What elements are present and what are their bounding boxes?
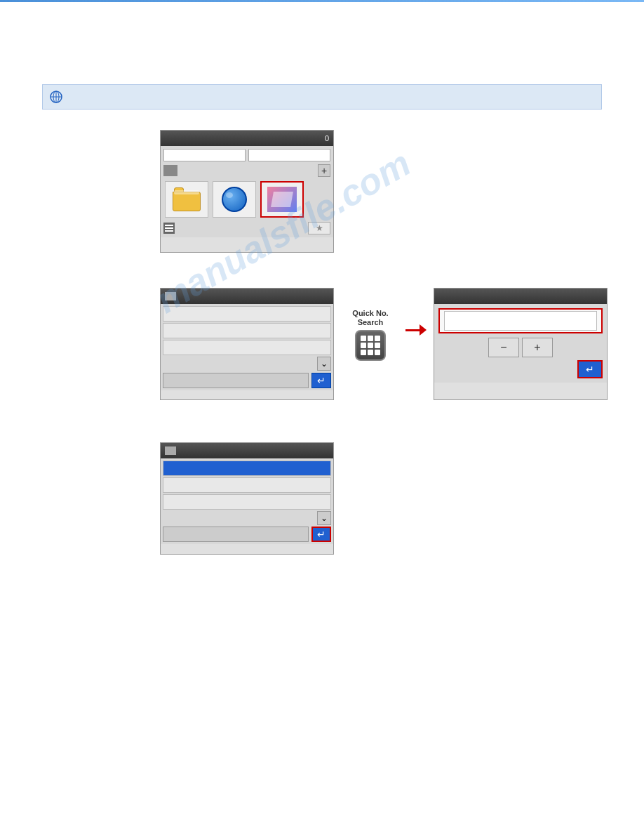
dot-7 xyxy=(361,350,366,355)
ss1-globe-icon-box[interactable] xyxy=(213,181,256,218)
ss3-list-item-3[interactable] xyxy=(163,494,331,510)
ss1-globe-icon xyxy=(222,187,247,212)
ss1-row2: + xyxy=(163,164,330,177)
ss2r-number-display[interactable] xyxy=(444,311,597,331)
ss3-chevron-button[interactable]: ⌄ xyxy=(317,511,331,525)
ss2-list-item-2[interactable] xyxy=(163,323,331,338)
ss1-list-icon xyxy=(163,223,175,234)
dot-4 xyxy=(361,343,366,348)
ss2-body: ⌄ ↵ xyxy=(161,304,333,390)
ss2r-input-area xyxy=(438,308,603,333)
ss1-body: + xyxy=(161,146,333,237)
ss2-footer-enter-button[interactable]: ↵ xyxy=(311,373,331,388)
dot-3 xyxy=(375,336,380,341)
ss2-footer: ↵ xyxy=(163,373,331,388)
ss1-folder-icon-box[interactable] xyxy=(165,181,208,218)
ss1-app-icon xyxy=(267,187,297,212)
ss3-titlebar xyxy=(161,443,333,458)
dot-2 xyxy=(368,336,373,341)
ss2r-body: − + ↵ xyxy=(434,304,607,383)
dot-5 xyxy=(368,343,373,348)
ss2r-controls: − + xyxy=(438,338,603,357)
ss3-list-item-1-selected[interactable] xyxy=(163,461,331,476)
ss3-footer-label xyxy=(163,527,309,542)
dot-9 xyxy=(375,350,380,355)
keypad-dots xyxy=(361,336,380,355)
ss1-printer-icon xyxy=(163,165,177,176)
ss2-printer-small xyxy=(165,292,176,300)
dot-8 xyxy=(368,350,373,355)
ss2r-titlebar xyxy=(434,289,607,304)
ss2-list-item-1[interactable] xyxy=(163,306,331,322)
ss2r-enter-button[interactable]: ↵ xyxy=(577,360,603,378)
ss1-app-icon-box[interactable] xyxy=(260,181,304,218)
screenshot1: 0 + xyxy=(160,130,334,253)
ss1-input-left xyxy=(163,149,246,161)
quick-search-button[interactable] xyxy=(355,330,386,361)
ss3-body: ⌄ ↵ xyxy=(161,458,333,544)
ss1-bottom-row: ★ xyxy=(163,222,330,234)
header-bar xyxy=(42,84,602,110)
ss1-star-button[interactable]: ★ xyxy=(308,222,330,234)
ss1-plus-button[interactable]: + xyxy=(318,164,330,177)
ss1-counter: 0 xyxy=(325,134,329,143)
top-line xyxy=(0,0,644,2)
ss3-footer-enter-button[interactable]: ↵ xyxy=(311,527,331,542)
dot-6 xyxy=(375,343,380,348)
ss1-row1 xyxy=(163,149,330,161)
ss2r-footer: ↵ xyxy=(438,360,603,378)
ss3-list-item-2[interactable] xyxy=(163,477,331,493)
dot-1 xyxy=(361,336,366,341)
ss2r-minus-button[interactable]: − xyxy=(488,338,519,357)
quick-search-label: Quick No. Search xyxy=(342,309,398,327)
ss3-enter-icon: ↵ xyxy=(317,529,326,540)
arrow-right xyxy=(405,323,427,337)
ss2-footer-label xyxy=(163,373,309,388)
ss2r-enter-icon: ↵ xyxy=(586,364,594,375)
ss2r-plus-button[interactable]: + xyxy=(522,338,553,357)
ss1-folder-icon xyxy=(173,187,201,211)
screenshot2-left: ⌄ ↵ xyxy=(160,288,334,400)
ss3-footer: ↵ xyxy=(163,527,331,542)
ss2-list-item-3[interactable] xyxy=(163,340,331,355)
ss2-enter-icon: ↵ xyxy=(317,375,326,386)
quick-search-bubble: Quick No. Search xyxy=(342,309,398,361)
ss1-icons-row xyxy=(163,180,330,219)
ss3-chevron-row: ⌄ xyxy=(163,511,331,525)
screenshot2-right: − + ↵ xyxy=(434,288,608,400)
screenshot3: ⌄ ↵ xyxy=(160,442,334,555)
ss3-printer-icon xyxy=(165,446,176,455)
ss2-titlebar xyxy=(161,289,333,304)
network-icon xyxy=(48,89,64,105)
ss1-titlebar: 0 xyxy=(161,131,333,146)
ss2-chevron-button[interactable]: ⌄ xyxy=(317,357,331,371)
ss1-input-right xyxy=(248,149,330,161)
